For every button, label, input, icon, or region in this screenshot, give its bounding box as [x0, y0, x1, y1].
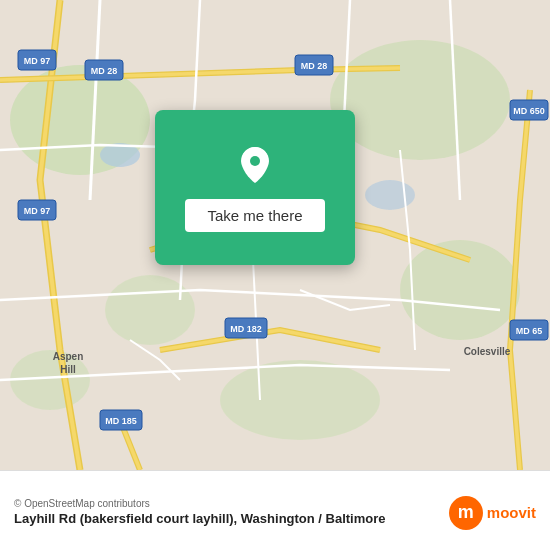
take-me-there-button[interactable]: Take me there	[185, 199, 324, 232]
svg-text:MD 185: MD 185	[105, 416, 137, 426]
moovit-logo: m moovit	[449, 496, 536, 530]
svg-point-31	[250, 156, 260, 166]
bottom-bar: © OpenStreetMap contributors Layhill Rd …	[0, 470, 550, 550]
location-pin-icon	[233, 143, 277, 187]
location-card: Take me there	[155, 110, 355, 265]
svg-text:MD 65: MD 65	[516, 326, 543, 336]
svg-text:Hill: Hill	[60, 364, 76, 375]
svg-text:Aspen: Aspen	[53, 351, 84, 362]
svg-text:MD 650: MD 650	[513, 106, 545, 116]
moovit-icon: m	[449, 496, 483, 530]
svg-point-2	[330, 40, 510, 160]
svg-text:MD 97: MD 97	[24, 56, 51, 66]
map-container: MD 97 MD 97 MD 28 MD 28 MD 182 MD 182 MD…	[0, 0, 550, 470]
osm-credit: © OpenStreetMap contributors	[14, 498, 386, 509]
svg-point-5	[220, 360, 380, 440]
svg-text:MD 182: MD 182	[230, 324, 262, 334]
svg-point-8	[365, 180, 415, 210]
bottom-left: © OpenStreetMap contributors Layhill Rd …	[14, 498, 386, 528]
svg-text:MD 28: MD 28	[91, 66, 118, 76]
svg-text:MD 97: MD 97	[24, 206, 51, 216]
svg-text:MD 28: MD 28	[301, 61, 328, 71]
moovit-text: moovit	[487, 504, 536, 521]
location-title: Layhill Rd (bakersfield court layhill), …	[14, 511, 386, 528]
svg-text:Colesville: Colesville	[464, 346, 511, 357]
